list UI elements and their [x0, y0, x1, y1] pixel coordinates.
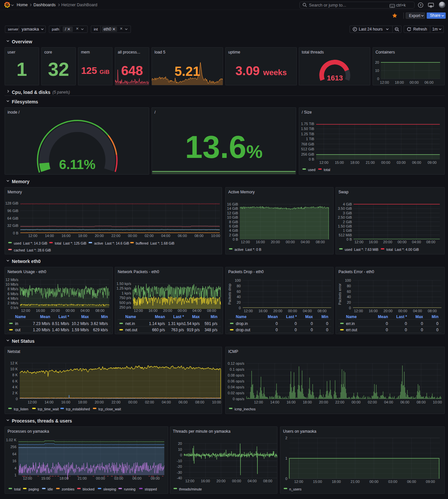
svg-text:08:00: 08:00: [317, 309, 327, 313]
svg-text:60: 60: [347, 290, 351, 293]
svg-text:10: 10: [178, 447, 182, 451]
svg-text:20: 20: [375, 60, 379, 64]
svg-text:10 Mb/s: 10 Mb/s: [6, 282, 19, 286]
svg-text:Min: Min: [101, 315, 108, 319]
svg-text:1.20 Mb/s: 1.20 Mb/s: [33, 328, 50, 332]
svg-text:active Last *: 14.6 GiB: active Last *: 14.6 GiB: [94, 241, 129, 245]
svg-text:1.54 kp/s: 1.54 kp/s: [184, 321, 200, 326]
svg-text:18:00: 18:00: [78, 400, 87, 404]
svg-text:total: total: [324, 168, 330, 172]
svg-text:16 GiB: 16 GiB: [227, 202, 238, 206]
svg-text:0: 0: [16, 397, 18, 401]
svg-text:12:00: 12:00: [241, 240, 250, 244]
svg-text:zombies: zombies: [62, 487, 74, 491]
svg-text:348 p/s: 348 p/s: [205, 328, 217, 332]
svg-text:20: 20: [237, 300, 241, 304]
svg-text:10:00: 10:00: [212, 400, 221, 404]
svg-text:Name: Name: [236, 315, 247, 319]
svg-text:18:00: 18:00: [303, 400, 312, 404]
svg-text:08:00: 08:00: [263, 479, 273, 483]
svg-text:00:00: 00:00: [397, 240, 407, 244]
svg-text:sleeping: sleeping: [103, 487, 116, 491]
svg-text:6 K: 6 K: [12, 379, 18, 383]
svg-text:0: 0: [285, 477, 287, 481]
svg-text:16:00: 16:00: [256, 240, 265, 244]
svg-text:1.40 Mb/s: 1.40 Mb/s: [52, 328, 69, 332]
svg-text:20:00: 20:00: [319, 400, 328, 404]
svg-text:4: 4: [14, 466, 16, 470]
svg-text:0 b/s: 0 b/s: [10, 306, 18, 310]
svg-text:1.31 kp/s: 1.31 kp/s: [168, 321, 184, 326]
svg-text:2: 2: [285, 436, 287, 440]
svg-text:6 Mb/s: 6 Mb/s: [8, 292, 19, 296]
svg-text:00:00: 00:00: [128, 400, 137, 404]
svg-text:08:00: 08:00: [194, 234, 204, 238]
svg-text:12:00: 12:00: [355, 240, 364, 244]
svg-text:12:00: 12:00: [319, 161, 329, 164]
svg-text:03:00: 03:00: [114, 476, 123, 480]
svg-text:21:00: 21:00: [78, 476, 87, 480]
svg-text:tcp_established: tcp_established: [66, 407, 90, 411]
svg-text:06:00: 06:00: [400, 400, 410, 404]
svg-text:16:00: 16:00: [258, 309, 268, 313]
svg-text:06:00: 06:00: [178, 234, 187, 238]
svg-text:16:00: 16:00: [61, 400, 71, 404]
svg-text:Mean: Mean: [268, 315, 278, 319]
svg-text:buffered Last *: 1.68 GiB: buffered Last *: 1.68 GiB: [136, 241, 174, 245]
svg-text:0: 0: [436, 328, 438, 332]
svg-text:Last *: Last *: [396, 315, 407, 319]
svg-text:02:00: 02:00: [145, 234, 154, 238]
svg-text:Min: Min: [211, 315, 217, 319]
svg-text:Max: Max: [416, 315, 423, 319]
svg-text:Last *: Last *: [286, 315, 297, 319]
svg-text:1 GiB: 1 GiB: [343, 228, 352, 232]
svg-text:16:00: 16:00: [36, 309, 45, 313]
svg-text:06:00: 06:00: [424, 80, 434, 84]
svg-text:0: 0: [386, 328, 388, 332]
svg-text:0.12 ops/s: 0.12 ops/s: [228, 361, 244, 365]
svg-text:Name: Name: [346, 315, 357, 319]
svg-text:64 GiB: 64 GiB: [7, 216, 18, 220]
svg-text:20: 20: [347, 300, 351, 304]
svg-text:2.50 GiB: 2.50 GiB: [338, 215, 352, 219]
svg-text:16: 16: [12, 459, 16, 463]
svg-text:Last *: Last *: [58, 315, 69, 319]
svg-text:Last *: Last *: [173, 315, 184, 319]
svg-text:00:00: 00:00: [66, 309, 75, 313]
svg-text:total Last *: 4.00 GiB: total Last *: 4.00 GiB: [386, 248, 419, 251]
svg-text:09:00: 09:00: [426, 480, 435, 484]
svg-text:00:00: 00:00: [352, 400, 361, 404]
svg-text:-10: -10: [177, 459, 182, 463]
svg-text:10.2 Mb/s: 10.2 Mb/s: [71, 321, 89, 326]
svg-text:err.out: err.out: [346, 328, 357, 332]
svg-text:0: 0: [405, 321, 407, 326]
svg-text:768 GiB: 768 GiB: [301, 142, 314, 146]
svg-text:4 GiB: 4 GiB: [343, 202, 352, 206]
svg-text:04:00: 04:00: [301, 240, 310, 244]
svg-text:06:00: 06:00: [132, 476, 142, 480]
svg-text:10:00: 10:00: [433, 400, 442, 404]
svg-text:08:00: 08:00: [207, 309, 216, 313]
svg-text:16:00: 16:00: [149, 309, 158, 313]
svg-text:20:00: 20:00: [383, 309, 393, 313]
svg-text:08:00: 08:00: [417, 400, 426, 404]
svg-text:16:00: 16:00: [287, 400, 296, 404]
svg-text:12 GiB: 12 GiB: [227, 211, 238, 215]
svg-text:00:00: 00:00: [369, 480, 378, 484]
svg-text:2 K: 2 K: [12, 391, 18, 395]
svg-text:00:00: 00:00: [178, 309, 187, 313]
svg-text:running: running: [124, 487, 135, 491]
svg-text:00:00: 00:00: [288, 309, 297, 313]
svg-text:80: 80: [347, 284, 351, 288]
svg-text:10 K: 10 K: [10, 367, 18, 371]
svg-text:14:00: 14:00: [45, 400, 54, 404]
svg-text:1.59 Mb/s: 1.59 Mb/s: [71, 328, 89, 332]
svg-text:06:00: 06:00: [178, 400, 188, 404]
svg-text:1.75 TiB: 1.75 TiB: [301, 122, 314, 126]
svg-text:15:00: 15:00: [41, 476, 51, 480]
svg-text:09:00: 09:00: [151, 476, 160, 480]
svg-text:18:00: 18:00: [350, 161, 359, 164]
svg-text:active Last *: 0 B: active Last *: 0 B: [234, 248, 261, 251]
svg-text:0: 0: [275, 328, 278, 332]
svg-text:total Last *: 125 GiB: total Last *: 125 GiB: [55, 241, 86, 245]
